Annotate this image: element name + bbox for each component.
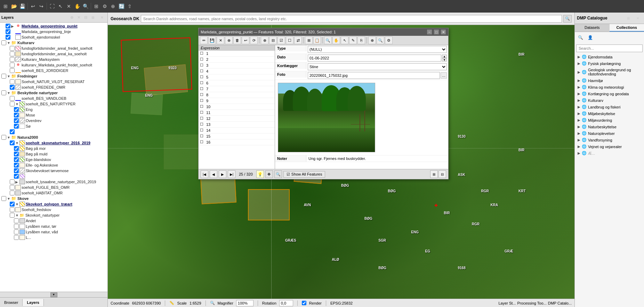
layer-item-lav[interactable]: L... — [0, 235, 107, 240]
layer-checkbox-skovbev[interactable] — [14, 168, 19, 173]
row-item-8[interactable]: ☐8 — [199, 92, 275, 98]
layer-checkbox-fugle[interactable] — [10, 185, 15, 190]
layers-panel-close[interactable]: ✕ — [98, 13, 106, 22]
new-project-icon[interactable]: ⊞ — [1, 2, 10, 10]
layer-item-kulturarv-marksystem[interactable]: Kulturarv_Marksystem — [0, 57, 107, 62]
layer-checkbox-naturtyper[interactable] — [10, 102, 15, 106]
layer-item-soeholt-skov[interactable]: ▼ soeholt_skovnaturtyper_2016_2019 — [0, 140, 107, 146]
layer-item-soeholt-fredede[interactable]: soeholt_FREDEDE_OMR — [0, 84, 107, 90]
render-checkbox[interactable] — [302, 301, 306, 305]
dialog-tool-select-map[interactable]: ↖ — [341, 37, 348, 44]
dmp-item-kortlaegning[interactable]: ▶ 🌐 Kortlægning og geodata — [575, 90, 644, 97]
layer-checkbox-vandloeb[interactable] — [10, 96, 15, 101]
tab-collections[interactable]: Collections — [610, 24, 644, 32]
dialog-maximize-btn[interactable]: □ — [434, 29, 439, 35]
layer-checkbox-ege[interactable] — [14, 157, 19, 162]
layer-checkbox-fundaeal[interactable] — [10, 46, 15, 51]
pan-icon[interactable]: ✋ — [73, 2, 81, 10]
layer-checkbox-ejendom[interactable] — [6, 35, 10, 40]
layer-checkbox-mose[interactable] — [14, 113, 19, 118]
layer-item-lysaabne[interactable]: ▶ soeholt_lysaabne_naturtyper_2016_2019 — [0, 179, 107, 185]
dialog-tool-zoom[interactable]: 🔍 — [324, 37, 332, 44]
save-icon[interactable]: 💾 — [18, 2, 26, 10]
row-item-6[interactable]: ☐6 — [199, 80, 275, 86]
layers-remove-icon[interactable]: ✕ — [75, 14, 82, 21]
row-item-11[interactable]: ☐11 — [199, 110, 275, 116]
layer-checkbox-bog-mor[interactable] — [14, 146, 19, 151]
dialog-settings-btn[interactable]: ⊞ — [430, 170, 438, 178]
dialog-tool-form[interactable]: 📋 — [313, 37, 321, 44]
layer-item-kulturarv-punkt[interactable]: ⊕ kulturarv_Markdata_punkt_fredet_soehol… — [0, 62, 107, 68]
dialog-tool-organize[interactable]: ⊕ — [368, 37, 376, 44]
layer-item-markdata-punkt[interactable]: ▶ ⊕ Markdata_genopretning_punkt — [0, 23, 107, 29]
dialog-close-btn[interactable]: ✕ — [441, 29, 446, 35]
dialog-tool-refresh[interactable]: ⟳ — [250, 37, 258, 44]
layer-checkbox-bog-muld[interactable] — [14, 152, 19, 156]
row-item-2[interactable]: ☐2 — [199, 57, 275, 63]
dialog-tool-pan[interactable]: ✋ — [332, 37, 340, 44]
dmp-item-ejendomsdata[interactable]: ▶ 🌐 Ejendomsdata — [575, 54, 644, 60]
layer-checkbox-lysaabne[interactable] — [10, 179, 15, 184]
layer-item-markdata-linje[interactable]: Markdata_genopretning_linje — [0, 29, 107, 34]
dmp-item-geologisk[interactable]: ▶ 🌐 Geologisk undergrund og råstofindven… — [575, 67, 644, 77]
row-item-9[interactable]: ☐9 — [199, 98, 275, 104]
dialog-tool-toggle-edit[interactable]: ✎ — [349, 37, 357, 44]
layer-item-elle-askeskov[interactable]: Elle- og Askeskove — [0, 162, 107, 168]
share-icon[interactable]: ⇧ — [126, 2, 134, 10]
layer-checkbox-skovkort[interactable] — [10, 202, 15, 207]
foto-browse-btn[interactable]: … — [441, 72, 447, 79]
dialog-tool-add[interactable]: ⊕ — [225, 37, 233, 44]
layer-checkbox-jorddiger[interactable] — [10, 68, 15, 73]
dato-spin-up[interactable]: ▲ — [442, 55, 447, 58]
row-item-10[interactable]: ☐10 — [199, 104, 275, 110]
layer-checkbox-skove[interactable] — [1, 196, 6, 201]
settings-icon[interactable]: ⚙ — [100, 2, 109, 10]
layer-item-fundogfort-ka[interactable]: fundogfortidsminder_areal_ka_soeholt — [0, 51, 107, 57]
dmp-item-kulturarv[interactable]: ▶ 🌐 Kulturarv — [575, 97, 644, 104]
dialog-view-btn[interactable]: ⊟ — [438, 170, 446, 178]
undo-icon[interactable]: ↩ — [29, 2, 37, 10]
foto-input[interactable] — [308, 72, 440, 79]
nav-last-btn[interactable]: ▶| — [228, 170, 235, 178]
layer-item-lysaben-vaad[interactable]: Lysåben natur, våd — [0, 229, 107, 235]
dmp-close-icon[interactable]: ✕ — [634, 14, 642, 22]
dmp-item-vandforsyning[interactable]: ▶ 🌐 Vandforsyning — [575, 137, 644, 143]
layer-item-andet[interactable]: Andet — [0, 218, 107, 224]
dialog-tool-settings[interactable]: ⚙ — [385, 37, 393, 44]
layer-checkbox-natur[interactable] — [10, 79, 15, 84]
dialog-tool-toggle-sel[interactable]: ⇄ — [294, 37, 302, 44]
layer-item-skovbevokset[interactable]: Skovbevokset tørvemose — [0, 168, 107, 173]
dmp-item-vejnet[interactable]: ▶ 🌐 Vejnet og vejarealer — [575, 143, 644, 150]
dmp-item-miljobeskyttelse[interactable]: ▶ 🌐 Miljøbeskyttelse — [575, 110, 644, 117]
layer-checkbox-markdata-punkt[interactable] — [6, 24, 10, 29]
layer-checkbox-natura2000[interactable] — [1, 135, 6, 140]
row-item-5[interactable]: ☐5 — [199, 74, 275, 80]
dialog-tool-table[interactable]: ⊞ — [305, 37, 313, 44]
dialog-tool-save[interactable]: 💾 — [208, 37, 216, 44]
layer-group-fredninger[interactable]: ▼ 📁 Fredninger — [0, 73, 107, 79]
layer-checkbox-fredninger[interactable] — [1, 74, 6, 79]
layers-add-icon[interactable]: ⊕ — [69, 14, 75, 21]
tab-datasets[interactable]: Datasets — [575, 24, 610, 32]
dmp-item-klima[interactable]: ▶ 🌐 Klima og meteorologi — [575, 84, 644, 90]
layer-checkbox-lysvaad[interactable] — [14, 229, 19, 234]
layer-item-fredskov[interactable]: Soeholt_fredskov — [0, 207, 107, 212]
layer-checkbox-habitat[interactable] — [10, 191, 15, 195]
layer-item-fugle-bes[interactable]: soeholt_FUGLE_BES_OMR — [0, 185, 107, 190]
dialog-tool-select-all[interactable]: ☑ — [277, 37, 285, 44]
row-item-3[interactable]: ☐3 — [199, 63, 275, 68]
layer-checkbox-fredskov[interactable] — [10, 207, 15, 212]
zoom-full-icon[interactable]: ⛶ — [48, 2, 56, 10]
layer-item-lysaben-tor[interactable]: Lysåben natur, tør — [0, 224, 107, 229]
dmp-item-ae[interactable]: ▶ 🌐 Æ... — [575, 150, 644, 156]
layer-checkbox-markdata-linje[interactable] — [6, 29, 10, 34]
layer-checkbox-andet[interactable] — [14, 218, 19, 223]
layer-group-beskyttede[interactable]: ▼ 📁 Beskyttede naturtyper — [0, 90, 107, 96]
layer-group-kulturarv[interactable]: ▼ 📁 Kulturarv — [0, 40, 107, 46]
dmp-item-landbrug[interactable]: ▶ 🌐 Landbrug og fiskeri — [575, 104, 644, 110]
layer-item-eng[interactable]: Eng — [0, 107, 107, 112]
geosearch-input[interactable] — [141, 15, 562, 23]
dialog-tool-cancel[interactable]: ✕ — [217, 37, 224, 44]
layer-checkbox-lystor[interactable] — [14, 224, 19, 229]
dialog-tool-filter1[interactable]: ⊕ — [261, 37, 268, 44]
